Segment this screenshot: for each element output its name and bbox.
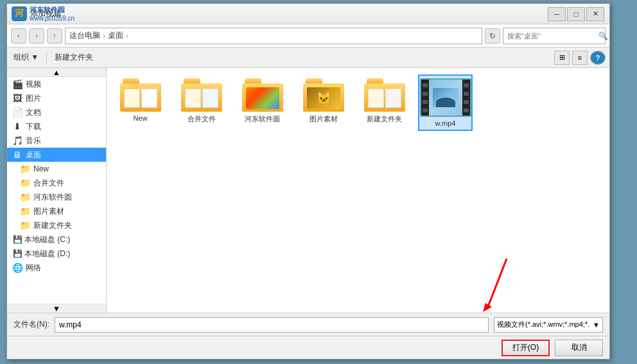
search-input[interactable]	[507, 32, 596, 40]
address-bar: ‹ › ↑ 这台电脑 › 桌面 › ↻ 🔍	[7, 24, 609, 48]
filetype-arrow: ▼	[593, 321, 600, 329]
toolbar-right: ⊞ ≡ ?	[554, 51, 606, 65]
sidebar-item-downloads[interactable]: ⬇ 下载	[7, 119, 106, 134]
maximize-button[interactable]: □	[567, 7, 585, 21]
search-box: 🔍	[503, 28, 606, 44]
sidebar-item-disk-c[interactable]: 💾 本地磁盘 (C:)	[7, 232, 106, 247]
toolbar-separator	[46, 51, 47, 64]
file-label-merge: 合并文件	[188, 114, 216, 124]
filetype-label: 视频文件(*.avi;*.wmv;*.mp4;*.	[497, 320, 589, 329]
images-folder-icon: 📁	[20, 206, 30, 216]
pictures-icon: 🖼	[12, 93, 22, 103]
sidebar-item-network[interactable]: 🌐 网络	[7, 261, 106, 275]
filename-bar: 文件名(N): 视频文件(*.avi;*.wmv;*.mp4;*. ▼	[7, 313, 609, 336]
view-icon-grid[interactable]: ⊞	[554, 51, 570, 65]
hdsoft-folder-icon: 📁	[20, 192, 30, 202]
file-item-merge[interactable]: 合并文件	[174, 74, 229, 131]
sidebar-item-music[interactable]: 🎵 音乐	[7, 134, 106, 148]
minimize-button[interactable]: ─	[548, 7, 566, 21]
refresh-button[interactable]: ↻	[485, 28, 500, 44]
sidebar-item-documents[interactable]: 📄 文档	[7, 105, 106, 119]
newfolder-icon: 📁	[20, 220, 30, 230]
sidebar-label-music: 音乐	[26, 135, 41, 146]
file-dialog: ▶ 添加视频 ─ □ ✕ ‹ › ↑ 这台电脑 › 桌面 › ↻ 🔍	[6, 3, 610, 360]
breadcrumb[interactable]: 这台电脑 › 桌面 ›	[65, 28, 482, 44]
breadcrumb-item-1[interactable]: 桌面	[108, 30, 123, 41]
view-icon-list[interactable]: ≡	[572, 51, 588, 65]
toolbar: 组织 ▼ 新建文件夹 ⊞ ≡ ?	[7, 48, 609, 68]
folder-icon-images: 🐱	[303, 78, 344, 112]
music-icon: 🎵	[12, 135, 22, 146]
search-icon: 🔍	[598, 31, 608, 40]
disk-d-icon: 💾	[12, 248, 22, 259]
merge-folder-icon: 📁	[20, 178, 30, 188]
cancel-button[interactable]: 取消	[555, 340, 603, 356]
close-button[interactable]: ✕	[586, 7, 604, 21]
video-icon-wmp4	[420, 78, 471, 117]
forward-button[interactable]: ›	[29, 28, 44, 44]
network-icon: 🌐	[12, 263, 22, 273]
new-folder-button[interactable]: 新建文件夹	[52, 51, 96, 64]
watermark: 河 河东软件园 www.pc0359.cn	[12, 5, 74, 22]
sidebar-item-new[interactable]: 📁 New	[7, 162, 106, 176]
dialog-title: 添加视频	[30, 8, 548, 19]
up-button[interactable]: ↑	[47, 28, 62, 44]
file-label-new: New	[133, 114, 147, 122]
sidebar-label-pictures: 图片	[26, 93, 41, 104]
scroll-down-button[interactable]: ▼	[7, 304, 106, 313]
sidebar-label-new: New	[33, 164, 49, 173]
disk-c-icon: 💾	[12, 234, 22, 245]
sidebar-label-disk-c: 本地磁盘 (C:)	[24, 234, 70, 245]
sidebar-item-disk-d[interactable]: 💾 本地磁盘 (D:)	[7, 247, 106, 261]
file-grid: New 合并文件	[113, 74, 603, 131]
desktop-icon: 🖥	[12, 150, 22, 160]
sidebar-label-newfolder: 新建文件夹	[33, 220, 72, 231]
sidebar-item-hdsoft[interactable]: 📁 河东软件圆	[7, 190, 106, 204]
filetype-dropdown[interactable]: 视频文件(*.avi;*.wmv;*.mp4;*. ▼	[494, 317, 603, 333]
sidebar-label-disk-d: 本地磁盘 (D:)	[24, 248, 70, 259]
file-label-images: 图片素材	[310, 114, 338, 124]
title-bar-controls: ─ □ ✕	[548, 7, 604, 21]
watermark-logo-icon: 河	[15, 8, 24, 19]
watermark-brand: 河东软件园	[30, 5, 74, 15]
help-button[interactable]: ?	[590, 51, 606, 65]
sidebar-item-merge[interactable]: 📁 合并文件	[7, 176, 106, 190]
sidebar-label-desktop: 桌面	[26, 150, 41, 160]
title-bar: ▶ 添加视频 ─ □ ✕	[7, 4, 609, 24]
scroll-up-button[interactable]: ▲	[7, 68, 106, 77]
sidebar-item-pictures[interactable]: 🖼 图片	[7, 91, 106, 105]
file-area: New 合并文件	[107, 68, 609, 313]
documents-icon: 📄	[12, 107, 22, 117]
sidebar-label-merge: 合并文件	[33, 178, 64, 189]
sidebar-item-newfolder[interactable]: 📁 新建文件夹	[7, 218, 106, 232]
breadcrumb-sep-0: ›	[103, 31, 105, 40]
file-item-images[interactable]: 🐱 图片素材	[296, 74, 351, 131]
back-button[interactable]: ‹	[11, 28, 26, 44]
open-button[interactable]: 打开(O)	[502, 340, 550, 356]
file-item-newfolder[interactable]: 新建文件夹	[357, 74, 412, 131]
folder-icon-new	[120, 78, 161, 112]
downloads-icon: ⬇	[12, 121, 22, 132]
sidebar-label-hdsoft: 河东软件圆	[33, 192, 72, 203]
folder-icon-hdsoft	[242, 78, 283, 112]
sidebar-label-network: 网络	[26, 263, 41, 273]
watermark-site: www.pc0359.cn	[30, 15, 74, 22]
file-item-new[interactable]: New	[113, 74, 168, 131]
breadcrumb-sep-1: ›	[126, 31, 128, 40]
sidebar: ▲ 🎬 视频 🖼 图片 📄 文档 ⬇ 下载	[7, 68, 107, 313]
sidebar-item-desktop[interactable]: 🖥 桌面	[7, 148, 106, 162]
videos-icon: 🎬	[12, 79, 22, 89]
file-item-wmp4[interactable]: w.mp4	[418, 74, 473, 131]
sidebar-item-images[interactable]: 📁 图片素材	[7, 204, 106, 218]
action-row: 打开(O) 取消	[7, 336, 609, 359]
sidebar-item-videos[interactable]: 🎬 视频	[7, 77, 106, 91]
filename-input[interactable]	[55, 317, 489, 333]
sidebar-label-downloads: 下载	[26, 121, 41, 132]
main-content: ▲ 🎬 视频 🖼 图片 📄 文档 ⬇ 下载	[7, 68, 609, 313]
new-folder-icon: 📁	[20, 164, 30, 174]
organize-button[interactable]: 组织 ▼	[11, 51, 41, 64]
breadcrumb-item-0[interactable]: 这台电脑	[69, 30, 100, 41]
sidebar-label-videos: 视频	[26, 79, 41, 90]
sidebar-label-documents: 文档	[26, 107, 41, 118]
file-item-hdsoft[interactable]: 河东软件圆	[235, 74, 290, 131]
